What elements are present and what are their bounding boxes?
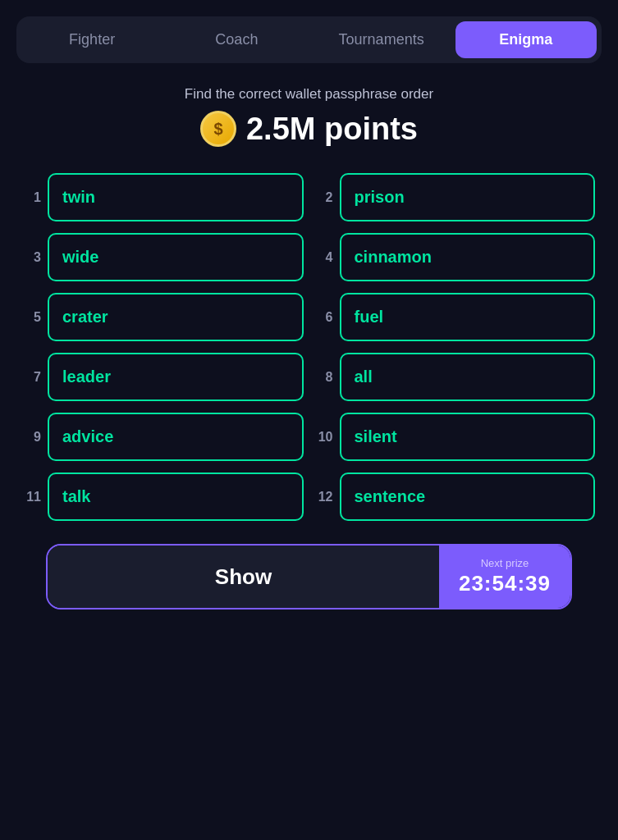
word-number-9: 9: [23, 430, 41, 445]
word-row-6: 6fuel: [315, 293, 596, 341]
word-number-8: 8: [315, 370, 333, 385]
tab-tournaments[interactable]: Tournaments: [311, 21, 452, 58]
next-prize-panel: Next prize 23:54:39: [439, 546, 570, 608]
word-box-11[interactable]: talk: [48, 472, 304, 521]
tab-enigma[interactable]: Enigma: [455, 21, 597, 58]
word-row-12: 12sentence: [315, 472, 596, 521]
word-row-3: 3wide: [23, 233, 304, 281]
word-number-4: 4: [315, 250, 333, 265]
coin-icon: $: [200, 111, 236, 147]
show-button[interactable]: Show: [48, 546, 439, 608]
word-box-10[interactable]: silent: [340, 413, 596, 461]
word-number-1: 1: [23, 190, 41, 205]
subtitle: Find the correct wallet passphrase order: [185, 86, 433, 103]
word-row-10: 10silent: [315, 413, 596, 461]
word-box-1[interactable]: twin: [48, 173, 304, 221]
next-prize-timer: 23:54:39: [459, 571, 551, 596]
content-area: Find the correct wallet passphrase order…: [0, 63, 618, 626]
bottom-bar: Show Next prize 23:54:39: [46, 544, 572, 609]
word-box-12[interactable]: sentence: [340, 472, 596, 521]
word-number-10: 10: [315, 430, 333, 445]
word-box-2[interactable]: prison: [340, 173, 596, 221]
word-box-3[interactable]: wide: [48, 233, 304, 281]
prize-row: $ 2.5M points: [200, 111, 418, 147]
word-row-7: 7leader: [23, 353, 304, 401]
word-number-3: 3: [23, 250, 41, 265]
next-prize-label: Next prize: [481, 557, 529, 569]
word-number-5: 5: [23, 310, 41, 325]
word-row-5: 5crater: [23, 293, 304, 341]
tab-fighter[interactable]: Fighter: [21, 21, 163, 58]
word-box-6[interactable]: fuel: [340, 293, 596, 341]
word-row-2: 2prison: [315, 173, 596, 221]
word-box-5[interactable]: crater: [48, 293, 304, 341]
word-number-7: 7: [23, 370, 41, 385]
word-number-11: 11: [23, 490, 41, 504]
word-box-9[interactable]: advice: [48, 413, 304, 461]
coin-symbol: $: [213, 120, 222, 139]
prize-text: 2.5M points: [246, 112, 418, 147]
word-row-4: 4cinnamon: [315, 233, 596, 281]
word-box-8[interactable]: all: [340, 353, 596, 401]
tab-coach[interactable]: Coach: [166, 21, 307, 58]
word-box-4[interactable]: cinnamon: [340, 233, 596, 281]
word-row-8: 8all: [315, 353, 596, 401]
word-row-9: 9advice: [23, 413, 304, 461]
word-box-7[interactable]: leader: [48, 353, 304, 401]
word-number-6: 6: [315, 310, 333, 325]
word-row-1: 1twin: [23, 173, 304, 221]
word-row-11: 11talk: [23, 472, 304, 521]
word-grid: 1twin2prison3wide4cinnamon5crater6fuel7l…: [23, 173, 595, 521]
tab-bar: FighterCoachTournamentsEnigma: [16, 16, 602, 63]
word-number-2: 2: [315, 190, 333, 205]
word-number-12: 12: [315, 490, 333, 504]
